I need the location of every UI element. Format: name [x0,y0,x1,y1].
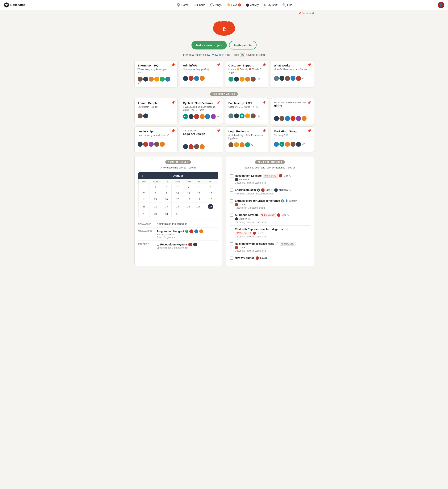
card-title: What Works [274,64,311,67]
card-customer-support[interactable]: 📌 Customer Support Human 😊 Friendly ❤️ T… [225,61,268,88]
avatar [251,114,256,118]
card-marketing-swag[interactable]: 📌 Marketing: Swag Got swag? 💎 CS +17 [271,126,314,152]
avatar [194,144,199,149]
calendar-day[interactable]: 3 [172,184,184,190]
avatar [285,142,290,147]
calendar-day[interactable]: 7 [138,190,150,196]
calendar-day[interactable]: 28 [138,211,150,217]
calendar-day[interactable]: 5 [194,184,203,190]
avatar [274,116,279,121]
calendar-day[interactable]: 10 [172,190,184,196]
avatar [211,114,216,119]
assignment-where: Requests in Marketing: Swag [235,206,310,209]
calendar-day[interactable]: 29 [150,211,161,217]
adminland-link[interactable]: 📌 Adminland [298,12,314,15]
card-logo-art-design[interactable]: 📌 GH DESIGNS Logo Art Design [180,126,223,152]
calendar-prev[interactable]: ‹ [141,174,144,178]
calendar-day[interactable]: 24 [172,202,184,211]
calendar-day[interactable]: 9 [161,190,172,196]
make-project-button[interactable]: Make a new project [192,41,227,49]
nav-activity[interactable]: ⬤ Activity [244,2,261,8]
calendar-day[interactable]: 18 [184,196,194,202]
avatar [235,178,238,181]
event-checkbox[interactable] [157,243,159,246]
view-all-link[interactable]: View all in a list [212,53,230,56]
assignments-see-all[interactable]: see all [288,166,295,169]
calendar-day[interactable]: 6 [203,184,218,190]
calendar-day[interactable]: 15 [150,196,161,202]
pin-icon: 📌 [171,101,175,104]
calendar-day[interactable]: 21 [138,202,150,211]
avatar [149,142,154,147]
nav-mystuff[interactable]: ☺ My Stuff [261,2,280,8]
calendar-day[interactable]: 14 [138,196,150,202]
calendar-day[interactable]: 19 [194,196,203,202]
event-team: Upcoming Items in Leadership [157,246,218,249]
schedule-panel: YOUR SCHEDULE A few upcoming events – se… [134,156,222,266]
avatar [277,213,280,217]
recently-visited-header: RECENTLY VISITED [134,92,314,96]
assignment-checkbox[interactable] [230,188,233,192]
calendar-day[interactable]: 17 [172,196,184,202]
calendar-day[interactable]: 12 [194,190,203,196]
calendar-next[interactable]: › [212,174,216,178]
card-admin-hr[interactable]: 📌 Admin/HR How can we help you? 👋 [180,61,223,88]
calendar-day[interactable]: 1 [150,184,161,190]
avatar [245,77,250,82]
nav-home[interactable]: 🏠 Home [174,2,191,8]
pin-icon: 📌 [171,63,175,67]
calendar-day[interactable]: 25 [184,202,194,211]
assignment-checkbox[interactable] [230,257,233,260]
assignment-checkbox[interactable] [230,242,233,245]
calendar-day[interactable]: 11 [184,190,194,196]
calendar-day[interactable]: 27 [203,202,218,211]
assignment-content: All Hands Keynote 📅 Fri, Sep 30 Liza R. … [235,213,310,223]
avatar [189,144,193,149]
card-fall-meetup[interactable]: 📌 Fall Meetup: 2022 October 16-19 Austin… [225,98,268,124]
calendar-day[interactable]: 30 [161,211,172,217]
nav-pings[interactable]: 💬 Pings [208,2,224,8]
logo[interactable]: Basecamp [4,2,26,8]
card-logo-redesign[interactable]: 📌 Logo Redesign A total redesign of the … [225,126,268,152]
nav-lineup[interactable]: ☰ Lineup [191,2,208,8]
nav-hey[interactable]: 👋 Hey! ! [224,2,243,8]
calendar-day[interactable]: 13 [203,190,218,196]
calendar-day[interactable]: 20 [203,196,218,202]
calendar-day[interactable]: 8 [150,190,161,196]
calendar-day[interactable]: 16 [161,196,172,202]
user-avatar[interactable]: 👤 [438,2,444,8]
calendar-day[interactable]: 23 [161,202,172,211]
assignment-checkbox[interactable] [230,228,233,231]
avatar [234,142,239,147]
card-admin-people[interactable]: 📌 Admin: People Enormicom Rolodex [134,98,177,124]
invite-people-button[interactable]: Invite people [229,41,256,49]
assignment-checkbox[interactable] [230,213,233,217]
card-cycle5[interactable]: 📌 Cycle 5: New Features 6-WEEKER: Login … [180,98,223,124]
card-enormicom-hq[interactable]: 📌 Enormicom HQ Where everybody knows you… [134,61,177,88]
card-leadership[interactable]: 📌 Leadership How can we grow as Leaders? [134,126,177,152]
calendar-day[interactable]: 22 [150,202,161,211]
pin-icon: 📌 [171,129,175,133]
assignment-checkbox[interactable] [230,174,233,178]
calendar-day[interactable]: 26 [194,202,203,211]
recently-visited-badge: RECENTLY VISITED [210,92,238,96]
card-what-works[interactable]: 📌 What Works Kickoffs, Heartbeats, and C… [271,61,314,88]
due-badge: 📅 Fri, Sep 30 [260,213,276,217]
assignment-item: New W9 signed Liza R. [230,254,310,262]
calendar-day[interactable]: 4 [184,184,194,190]
avatar [183,76,188,81]
hey-badge: ! [238,3,241,7]
calendar-day[interactable]: 31 [172,211,184,217]
schedule-header: YOUR SCHEDULE [138,160,218,164]
card-hiring[interactable]: 📌 RECRUITING FOR ENORMICOM Hiring [271,98,314,124]
avatar [261,188,264,192]
weekday-thu: THU [184,179,194,184]
schedule-see-all[interactable]: see all [189,166,196,169]
nav-find[interactable]: 🔍 Find [280,2,295,8]
avatar [189,114,193,119]
assignment-checkbox[interactable] [230,199,233,203]
calendar-day[interactable]: 2 [161,184,172,190]
weekday-tue: TUE [161,179,172,184]
pin-icon: 📌 [217,101,220,104]
assignment-content: Extra stickers for Liza's conference 1 👤… [235,199,310,209]
